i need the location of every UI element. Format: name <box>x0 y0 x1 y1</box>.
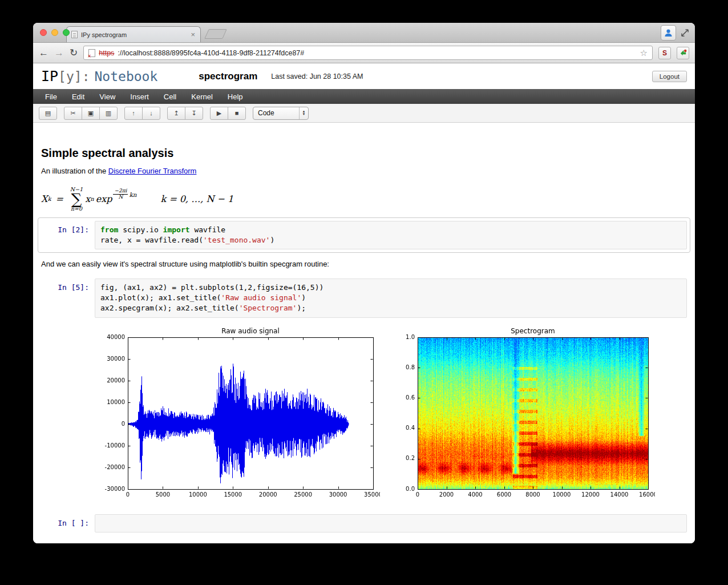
reload-button[interactable]: ↻ <box>70 48 78 58</box>
code-cell-empty: In [ ]: <box>38 511 690 536</box>
url-text: ://localhost:8888/8995fc4a-410d-4118-9df… <box>118 49 304 57</box>
code-cell-2: In [5]: fig, (ax1, ax2) = plt.subplots(1… <box>38 275 690 507</box>
extension-s-icon[interactable]: S <box>658 47 671 59</box>
notebook-toolbar: ▤ ✂ ▣ ▥ ↑ ↓ ↥ ↧ ▶ ■ Code ▲▼ <box>33 104 695 123</box>
fraction-denominator: N <box>119 195 123 200</box>
logo-notebook: Notebook <box>95 69 158 84</box>
browser-window: IPy spectrogram × ← → ↻ <box>33 23 695 543</box>
browser-tab[interactable]: IPy spectrogram × <box>66 26 201 42</box>
formula-term-sub: n <box>90 196 94 202</box>
markdown-paragraph-1: An illustration of the Discrete Fourier … <box>41 167 687 175</box>
logo-y: [y]: <box>58 69 90 84</box>
browser-toolbar: ← → ↻ https://localhost:8888/8995fc4a-41… <box>33 43 695 63</box>
tab-title: IPy spectrogram <box>81 31 187 38</box>
code-input[interactable]: from scipy.io import wavfilerate, x = wa… <box>95 221 687 249</box>
logo-ip: IP <box>41 68 58 84</box>
select-arrows-icon: ▲▼ <box>299 107 308 119</box>
arrow-up-icon: ↑ <box>132 110 135 116</box>
notebook-title[interactable]: spectrogram <box>199 71 257 82</box>
favicon-icon <box>71 31 78 38</box>
arrow-up-bar-icon: ↥ <box>173 110 179 117</box>
logout-button[interactable]: Logout <box>652 71 687 82</box>
paragraph-text: An illustration of the <box>41 167 108 175</box>
menu-bar: File Edit View Insert Cell Kernel Help <box>33 89 695 104</box>
extension-glyph-icon <box>680 49 687 57</box>
save-icon: ▤ <box>45 110 51 117</box>
resize-icon[interactable] <box>681 29 689 37</box>
move-cell-down-button[interactable]: ↓ <box>142 107 160 120</box>
paste-cell-button[interactable]: ▥ <box>99 107 118 120</box>
cell-output <box>95 326 687 504</box>
input-prompt: In [ ]: <box>41 514 95 532</box>
arrow-down-icon: ↓ <box>149 110 153 116</box>
move-cell-up-button[interactable]: ↑ <box>124 107 143 120</box>
forward-button[interactable]: → <box>54 48 64 58</box>
tab-strip: IPy spectrogram × <box>33 23 695 43</box>
formula-range: k = 0, …, N − 1 <box>161 193 234 204</box>
formula-exp: exp <box>96 193 112 204</box>
cell-type-value: Code <box>258 109 274 117</box>
run-cell-button[interactable]: ▶ <box>210 107 228 120</box>
paste-icon: ▥ <box>106 110 111 117</box>
formula-exponent: −2πi N kn <box>113 188 136 200</box>
copy-icon: ▣ <box>88 110 94 117</box>
cell-type-select[interactable]: Code ▲▼ <box>253 107 309 120</box>
waveform-plot <box>95 326 380 504</box>
menu-edit[interactable]: Edit <box>64 92 92 101</box>
formula-kn: kn <box>129 191 136 198</box>
back-button[interactable]: ← <box>39 48 48 58</box>
bookmark-star-icon[interactable]: ☆ <box>640 48 648 58</box>
strip-icons <box>661 25 689 41</box>
run-from-top-button[interactable]: ↥ <box>167 107 185 120</box>
input-prompt: In [2]: <box>41 221 95 249</box>
new-tab-button[interactable] <box>204 29 227 39</box>
code-input[interactable]: fig, (ax1, ax2) = plt.subplots(1,2,figsi… <box>95 279 687 318</box>
screenshot-stage: IPy spectrogram × ← → ↻ <box>0 0 728 585</box>
menu-file[interactable]: File <box>38 92 64 101</box>
menu-insert[interactable]: Insert <box>123 92 156 101</box>
input-prompt: In [5]: <box>41 279 95 504</box>
play-icon: ▶ <box>217 110 221 117</box>
minimize-button[interactable] <box>51 29 58 36</box>
notebook-body: Simple spectral analysis An illustration… <box>33 123 695 543</box>
stop-icon: ■ <box>235 110 239 116</box>
waveform-figure <box>95 326 380 504</box>
spectrogram-figure <box>397 326 655 504</box>
dft-link[interactable]: Discrete Fourier Transform <box>108 167 197 175</box>
close-button[interactable] <box>40 29 47 36</box>
interrupt-kernel-button[interactable]: ■ <box>228 107 246 120</box>
formula-equals: = <box>55 193 63 204</box>
copy-cell-button[interactable]: ▣ <box>82 107 100 120</box>
zoom-button[interactable] <box>63 29 70 36</box>
formula-var: X <box>41 193 47 204</box>
traffic-lights <box>40 29 70 36</box>
extension-misc-icon[interactable] <box>677 47 689 59</box>
menu-help[interactable]: Help <box>220 92 250 101</box>
spectrogram-plot <box>397 326 655 504</box>
cut-cell-button[interactable]: ✂ <box>64 107 82 120</box>
arrow-down-bar-icon: ↧ <box>191 110 196 117</box>
save-button[interactable]: ▤ <box>39 107 57 120</box>
cut-icon: ✂ <box>70 110 75 117</box>
tab-close-icon[interactable]: × <box>190 31 196 38</box>
profile-button[interactable] <box>661 25 676 41</box>
markdown-heading: Simple spectral analysis <box>41 147 687 160</box>
notebook-header: IP [y]: Notebook spectrogram Last saved:… <box>33 63 695 89</box>
summation: N−1 ∑ n=0 <box>70 187 83 212</box>
formula-fraction: −2πi N <box>113 188 128 200</box>
formula-sub: k <box>47 196 51 202</box>
url-scheme: https <box>99 49 114 57</box>
menu-kernel[interactable]: Kernel <box>184 92 220 101</box>
insecure-page-icon <box>88 49 95 57</box>
address-bar[interactable]: https://localhost:8888/8995fc4a-410d-411… <box>83 46 653 60</box>
menu-cell[interactable]: Cell <box>156 92 184 101</box>
menu-view[interactable]: View <box>92 92 123 101</box>
ipython-logo: IP [y]: Notebook <box>41 68 157 84</box>
sum-lower-limit: n=0 <box>71 206 82 212</box>
last-saved-text: Last saved: Jun 28 10:35 AM <box>271 72 363 80</box>
empty-code-input[interactable] <box>95 514 687 532</box>
formula-term: x <box>85 193 90 204</box>
markdown-paragraph-2: And we can easily view it's spectral str… <box>41 260 687 268</box>
run-to-bottom-button[interactable]: ↧ <box>185 107 203 120</box>
dft-formula: Xk = N−1 ∑ n=0 xn exp −2πi N kn k = 0, …… <box>41 187 687 212</box>
